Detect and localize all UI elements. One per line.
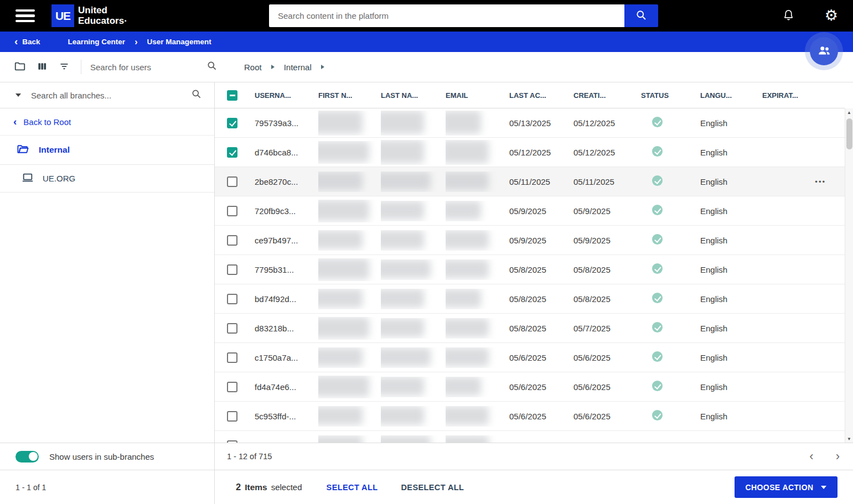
first-name-cell bbox=[318, 289, 381, 309]
first-name-cell bbox=[318, 258, 381, 281]
platform-search-input[interactable] bbox=[269, 4, 624, 27]
settings-button[interactable]: ⚙ bbox=[821, 8, 841, 24]
scrollbar-thumb[interactable] bbox=[846, 118, 852, 149]
username-cell: ce97b497... bbox=[255, 236, 318, 245]
col-last-active[interactable]: LAST AC... bbox=[509, 91, 573, 100]
row-menu-icon bbox=[815, 178, 826, 186]
path-root[interactable]: Root bbox=[244, 63, 262, 72]
col-creation[interactable]: CREATI... bbox=[573, 91, 641, 100]
username-cell: 720fb9c3... bbox=[255, 206, 318, 216]
select-all-cell bbox=[215, 90, 255, 101]
redacted-first-name bbox=[318, 376, 369, 397]
branch-caret-icon[interactable] bbox=[15, 93, 21, 97]
table-row[interactable]: 720fb9c3... 05/9/2025 05/9/2025 English bbox=[215, 196, 845, 226]
back-to-root-link[interactable]: ‹ Back to Root bbox=[0, 108, 214, 136]
table-row[interactable]: 5c953ffd-... 05/6/2025 05/6/2025 English bbox=[215, 402, 845, 431]
redacted-email bbox=[446, 435, 489, 443]
select-all-button[interactable]: SELECT ALL bbox=[323, 482, 381, 492]
table-row-partial[interactable] bbox=[215, 431, 845, 443]
brand-logo: UE United Educators· bbox=[51, 4, 127, 27]
platform-search-button[interactable] bbox=[624, 4, 658, 27]
table-row[interactable]: d746bca8... 05/12/2025 05/12/2025 Englis… bbox=[215, 138, 845, 167]
username-cell: bd74f92d... bbox=[255, 294, 318, 304]
language-cell: English bbox=[700, 382, 762, 392]
table-row[interactable]: fd4a74e6... 05/6/2025 05/6/2025 English bbox=[215, 372, 845, 402]
sidebar-item-ueorg[interactable]: UE.ORG bbox=[0, 165, 214, 193]
back-button[interactable]: ‹ Back bbox=[11, 37, 44, 47]
redacted-first-name bbox=[318, 172, 363, 190]
col-username[interactable]: USERNA... bbox=[255, 91, 318, 100]
col-status[interactable]: STATUS bbox=[641, 91, 700, 100]
table-row[interactable]: ce97b497... 05/9/2025 05/9/2025 English bbox=[215, 226, 845, 255]
email-cell bbox=[446, 289, 509, 309]
username-cell: 5c953ffd-... bbox=[255, 412, 318, 421]
bell-icon bbox=[782, 9, 795, 23]
choose-action-button[interactable]: CHOOSE ACTION bbox=[735, 476, 838, 498]
redacted-first-name bbox=[318, 289, 363, 308]
sidebar-item-internal[interactable]: Internal bbox=[0, 136, 214, 165]
table-row[interactable]: 2be8270c... 05/11/2025 05/11/2025 Englis… bbox=[215, 167, 845, 196]
path-arrow-icon bbox=[321, 65, 324, 69]
row-checkbox[interactable] bbox=[227, 323, 237, 334]
search-icon bbox=[206, 60, 218, 74]
status-cell bbox=[641, 410, 700, 422]
col-language[interactable]: LANGU... bbox=[700, 91, 762, 100]
folder-icon bbox=[14, 60, 26, 74]
redacted-last-name bbox=[381, 140, 424, 163]
scroll-up-icon[interactable]: ▲ bbox=[845, 108, 853, 116]
row-checkbox[interactable] bbox=[227, 206, 237, 216]
redacted-first-name bbox=[318, 200, 369, 221]
search-icon[interactable] bbox=[191, 89, 202, 102]
col-email[interactable]: EMAIL bbox=[446, 91, 509, 100]
email-cell bbox=[446, 201, 509, 221]
col-last-name[interactable]: LAST NA... bbox=[381, 91, 446, 100]
table-row[interactable]: c1750a7a... 05/6/2025 05/6/2025 English bbox=[215, 343, 845, 372]
expiration-cell bbox=[762, 322, 845, 335]
row-checkbox[interactable] bbox=[227, 147, 237, 158]
breadcrumb-learning-center[interactable]: Learning Center bbox=[68, 38, 126, 46]
expiration-cell bbox=[762, 175, 845, 188]
table-toolbar: Root Internal bbox=[0, 52, 853, 82]
col-expiration[interactable]: EXPIRAT... bbox=[762, 91, 845, 100]
notifications-button[interactable] bbox=[779, 8, 798, 24]
branch-search-input[interactable] bbox=[30, 90, 182, 101]
deselect-all-button[interactable]: DESELECT ALL bbox=[397, 482, 467, 492]
columns-view-button[interactable] bbox=[31, 56, 53, 78]
table-row[interactable]: 795739a3... 05/13/2025 05/12/2025 Englis… bbox=[215, 108, 845, 138]
row-checkbox[interactable] bbox=[227, 264, 237, 275]
table-scrollbar[interactable]: ▲ ▼ bbox=[845, 108, 853, 443]
username-cell: 795739a3... bbox=[255, 118, 318, 128]
redacted-last-name bbox=[381, 289, 424, 308]
user-management-fab[interactable] bbox=[810, 37, 838, 65]
path-internal[interactable]: Internal bbox=[284, 63, 312, 72]
next-page-button[interactable]: › bbox=[833, 450, 843, 463]
select-all-checkbox[interactable] bbox=[227, 90, 237, 101]
row-checkbox[interactable] bbox=[227, 352, 237, 363]
row-checkbox[interactable] bbox=[227, 411, 237, 422]
col-first-name[interactable]: FIRST N... bbox=[318, 91, 381, 100]
row-checkbox[interactable] bbox=[227, 118, 237, 128]
status-active-icon bbox=[652, 205, 663, 215]
table-row[interactable]: d83218b... 05/8/2025 05/7/2025 English bbox=[215, 314, 845, 343]
username-cell: c1750a7a... bbox=[255, 353, 318, 362]
filter-button[interactable] bbox=[53, 56, 75, 78]
table-row[interactable]: 7795b31... 05/8/2025 05/8/2025 English bbox=[215, 255, 845, 284]
row-checkbox[interactable] bbox=[227, 382, 237, 392]
show-subbranch-users-toggle[interactable] bbox=[15, 451, 39, 463]
row-checkbox[interactable] bbox=[227, 440, 237, 443]
last-name-cell bbox=[381, 140, 446, 165]
branch-path-breadcrumb: Root Internal bbox=[244, 63, 324, 72]
scroll-down-icon[interactable]: ▼ bbox=[845, 435, 853, 443]
menu-icon[interactable] bbox=[15, 9, 35, 23]
user-search-input[interactable] bbox=[86, 62, 206, 72]
row-checkbox[interactable] bbox=[227, 235, 237, 246]
folder-view-button[interactable] bbox=[9, 56, 31, 78]
table-row[interactable]: bd74f92d... 05/8/2025 05/8/2025 English bbox=[215, 284, 845, 314]
row-actions-button[interactable] bbox=[811, 175, 829, 188]
pagination-controls: ‹ › bbox=[806, 450, 843, 463]
prev-page-button[interactable]: ‹ bbox=[806, 450, 816, 463]
row-checkbox[interactable] bbox=[227, 176, 237, 187]
row-checkbox[interactable] bbox=[227, 294, 237, 304]
back-to-root-label: Back to Root bbox=[23, 117, 71, 127]
last-active-cell: 05/8/2025 bbox=[509, 294, 573, 304]
